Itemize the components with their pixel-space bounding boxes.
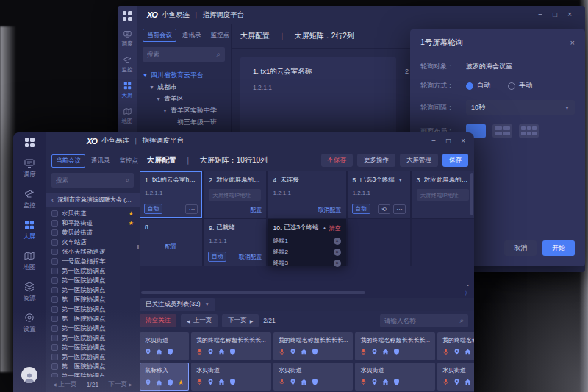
radio-自动[interactable]: 自动: [466, 81, 490, 90]
sidebar-item-bigscreen[interactable]: 大屏: [24, 220, 36, 241]
list-item[interactable]: 第一医院协调点: [51, 285, 134, 295]
list-item[interactable]: 第一医院协调点: [51, 295, 134, 304]
list-item[interactable]: 第一医院协调点: [51, 266, 134, 276]
header-button[interactable]: 不保存: [321, 154, 354, 167]
tree-node[interactable]: ▼ 初三年级一班: [143, 116, 225, 128]
list-item[interactable]: 第一医院协调点: [51, 276, 134, 285]
interval-select[interactable]: 10秒 ▼: [466, 100, 575, 115]
chevron-down-icon[interactable]: ⌄: [465, 281, 470, 288]
terminal-row[interactable]: 终端3 ×: [268, 257, 345, 268]
screen-cell[interactable]: 1. tx1的云会室hover状态 1.2.1.1 自动 ⋯: [140, 171, 202, 218]
list-item[interactable]: 火车站店: [51, 238, 134, 247]
terminal-row[interactable]: 终端2 ×: [268, 246, 345, 257]
more-icon[interactable]: ⋯: [185, 204, 198, 214]
member-card[interactable]: 我的终端名称超长长长长...: [355, 332, 435, 360]
screen-cell[interactable]: 5. 已选3个终端 ▼ 1.2.1.1 自动 ⟲⋯: [348, 171, 410, 218]
clear-follow-button[interactable]: 清空关注: [140, 314, 176, 327]
checkbox[interactable]: [51, 335, 58, 341]
member-card[interactable]: 我的终端名称超长长长长...: [273, 332, 354, 360]
bg-search-input[interactable]: [147, 51, 216, 58]
member-card[interactable]: 水贝街道: [273, 363, 354, 391]
clear-terminals-button[interactable]: 清空: [329, 224, 341, 232]
checkbox[interactable]: [51, 316, 58, 322]
terminal-row[interactable]: 终端1 ×: [268, 235, 345, 246]
list-item[interactable]: 第一医院协调点: [51, 333, 134, 343]
auto-mode-chip[interactable]: 自动: [144, 204, 162, 214]
close-icon[interactable]: ×: [570, 38, 575, 47]
list-item[interactable]: 第一医院协调点: [51, 304, 134, 314]
sidebar-item-bigscreen[interactable]: 大屏: [122, 82, 133, 99]
tab-通讯录[interactable]: 通讯录: [179, 29, 205, 41]
app-launcher-icon[interactable]: [25, 138, 35, 147]
cell-action-link[interactable]: 取消配置: [318, 206, 342, 214]
checkbox[interactable]: [51, 239, 58, 246]
screen-cell[interactable]: 2. 对应此屏幕的IP地址 配置: [204, 171, 266, 218]
tab-当前会议[interactable]: 当前会议: [51, 154, 85, 168]
member-card[interactable]: 水贝街道: [191, 363, 271, 391]
followed-members-tab[interactable]: 已关注成员列表(32) ▼: [140, 298, 215, 311]
list-item[interactable]: 第一医院协调点: [51, 362, 134, 371]
chevron-down-icon[interactable]: ▼: [398, 178, 403, 182]
list-item[interactable]: 一号应急指挥车: [51, 257, 134, 266]
more-icon[interactable]: ⋯: [393, 204, 406, 214]
remove-terminal-icon[interactable]: ×: [334, 238, 341, 245]
list-item[interactable]: 第一医院协调点: [51, 314, 134, 324]
list-item[interactable]: 黄贝岭街道: [51, 228, 134, 238]
group-header[interactable]: ‹ 深圳市应急演练级联大会 (200): [46, 193, 140, 207]
header-button[interactable]: 大屏管理: [400, 154, 438, 167]
star-icon[interactable]: ★: [178, 379, 184, 386]
chevron-up-icon[interactable]: ▲: [323, 226, 327, 230]
list-item[interactable]: 第一医院协调点: [51, 352, 134, 362]
cell-action-link[interactable]: 配置: [165, 243, 177, 250]
tree-node[interactable]: ▼ 青羊区实验中学: [143, 104, 225, 116]
radio-手动[interactable]: 手动: [508, 81, 532, 90]
members-prev-button[interactable]: ◀ 上一页: [181, 314, 218, 327]
tab-当前会议[interactable]: 当前会议: [143, 29, 176, 42]
members-search-input[interactable]: [384, 317, 459, 324]
list-item[interactable]: 和平路街道 ★: [51, 218, 134, 228]
checkbox[interactable]: [51, 296, 58, 303]
maximize-button[interactable]: □: [446, 138, 451, 145]
maximize-button[interactable]: □: [553, 11, 557, 18]
member-card[interactable]: 水贝街道: [437, 363, 474, 391]
layout-3x3-option[interactable]: [519, 124, 539, 138]
checkbox[interactable]: [51, 220, 58, 227]
tree-expand-icon[interactable]: ▼: [156, 96, 161, 101]
tree-expand-icon[interactable]: ▼: [143, 73, 148, 78]
undo-icon[interactable]: ⟲: [378, 204, 390, 214]
sidebar-item-camera[interactable]: 监控: [24, 189, 36, 210]
back-chevron-icon[interactable]: ‹: [51, 196, 54, 204]
close-button[interactable]: ×: [567, 11, 572, 18]
tree-expand-icon[interactable]: ▼: [149, 85, 154, 90]
member-card[interactable]: 水贝街道: [140, 332, 189, 360]
sidebar-item-camera[interactable]: 监控: [122, 56, 133, 74]
star-icon[interactable]: ★: [129, 210, 134, 217]
sidebar-item-map[interactable]: 地图: [24, 251, 36, 272]
tree-node[interactable]: ▼ 四川省教育云平台: [143, 69, 225, 81]
vertical-scrollbar[interactable]: [470, 173, 473, 215]
star-icon[interactable]: ★: [129, 220, 134, 227]
list-item[interactable]: 第一医院协调点: [51, 324, 134, 333]
tree-expand-icon[interactable]: ▼: [162, 108, 168, 113]
list-item[interactable]: 第一医院协调点: [51, 343, 134, 352]
member-card[interactable]: 我的终端名称超长长长长...: [437, 332, 474, 360]
list-item[interactable]: 张小天移动巡逻: [51, 247, 134, 257]
tree-node[interactable]: ▼ 青羊区: [143, 93, 225, 104]
auto-mode-chip[interactable]: 自动: [208, 252, 226, 262]
screen-cell[interactable]: 3. 对应此屏幕的IP地址: [412, 171, 474, 218]
ip-address-input[interactable]: [209, 189, 261, 201]
checkbox[interactable]: [51, 325, 58, 332]
checkbox[interactable]: [51, 363, 58, 370]
list-item[interactable]: 水贝街道 ★: [51, 209, 134, 218]
fg-search-input[interactable]: [56, 177, 125, 184]
app-launcher-icon[interactable]: [123, 11, 132, 21]
tab-通讯录[interactable]: 通讯录: [87, 155, 114, 167]
screen-cell-terminals[interactable]: 10. 已选3个终端 ▲ 清空 终端1 × 终端2 × 终端3 ×: [268, 219, 345, 266]
sidebar-item-resources[interactable]: 资源: [24, 282, 36, 303]
ip-address-input[interactable]: [417, 189, 469, 201]
cell-action-link[interactable]: 配置: [250, 206, 262, 214]
members-next-button[interactable]: 下一页 ▶: [222, 314, 259, 327]
prev-page-button[interactable]: ◀ 上一页: [53, 380, 77, 389]
user-avatar[interactable]: [21, 367, 37, 383]
checkbox[interactable]: [51, 268, 58, 274]
